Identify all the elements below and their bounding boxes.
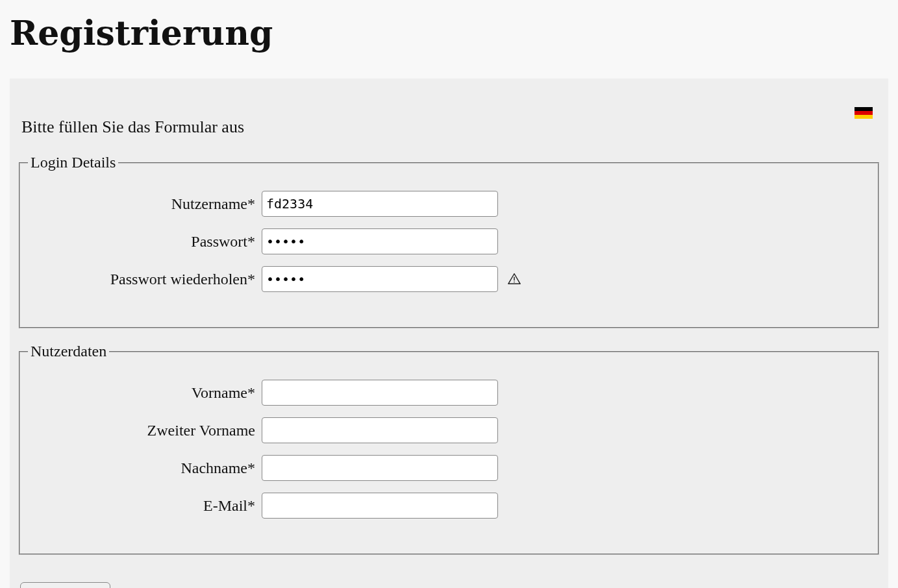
lastname-label: Nachname* xyxy=(28,459,262,477)
middlename-input[interactable] xyxy=(262,417,498,443)
germany-flag-icon[interactable] xyxy=(854,107,873,119)
password-repeat-label: Passwort wiederholen* xyxy=(28,271,262,288)
username-label: Nutzername* xyxy=(28,195,262,213)
firstname-label: Vorname* xyxy=(28,384,262,402)
lastname-input[interactable] xyxy=(262,455,498,481)
warning-icon xyxy=(507,272,521,286)
page-title: Registrierung xyxy=(10,13,888,53)
svg-rect-0 xyxy=(854,107,873,111)
middlename-label: Zweiter Vorname xyxy=(28,422,262,439)
user-data-fieldset: Nutzerdaten Vorname* Zweiter Vorname Nac… xyxy=(19,343,879,555)
instructions-text: Bitte füllen Sie das Formular aus xyxy=(21,117,880,137)
password-input[interactable] xyxy=(262,228,498,254)
user-data-legend: Nutzerdaten xyxy=(28,343,109,360)
email-input[interactable] xyxy=(262,493,498,519)
password-label: Passwort* xyxy=(28,233,262,251)
svg-point-4 xyxy=(514,282,515,283)
form-panel: Bitte füllen Sie das Formular aus Login … xyxy=(10,79,888,588)
svg-rect-1 xyxy=(854,111,873,115)
username-input[interactable] xyxy=(262,191,498,217)
login-details-legend: Login Details xyxy=(28,154,118,171)
password-repeat-input[interactable] xyxy=(262,266,498,292)
svg-rect-2 xyxy=(854,115,873,119)
firstname-input[interactable] xyxy=(262,380,498,406)
submit-button[interactable]: Abschicken xyxy=(20,582,110,588)
email-label: E-Mail* xyxy=(28,497,262,515)
login-details-fieldset: Login Details Nutzername* Passwort* Pass… xyxy=(19,154,879,328)
